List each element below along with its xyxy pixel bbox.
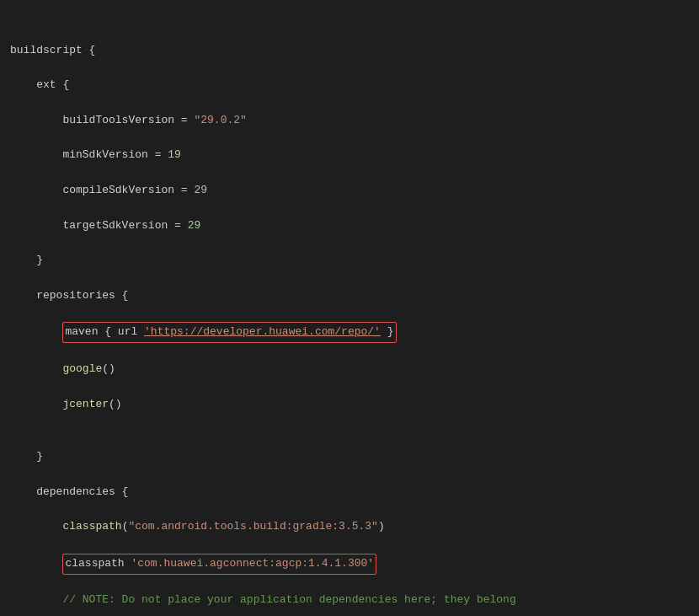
line-14: dependencies { [10, 484, 689, 501]
line-4: minSdkVersion = 19 [10, 147, 689, 164]
line-17: // NOTE: Do not place your application d… [10, 592, 689, 609]
line-16: classpath 'com.huawei.agconnect:agcp:1.4… [10, 554, 689, 575]
line-7: } [10, 252, 689, 270]
line-3: buildToolsVersion = "29.0.2" [10, 112, 689, 130]
line-15: classpath("com.android.tools.build:gradl… [10, 518, 689, 536]
line-5: compileSdkVersion = 29 [10, 182, 689, 200]
line-10: google() [10, 361, 689, 378]
line-1: buildscript { [10, 42, 689, 60]
line-11: jcenter() [10, 396, 689, 414]
line-6: targetSdkVersion = 29 [10, 217, 689, 235]
code-block: buildscript { ext { buildToolsVersion = … [0, 0, 699, 616]
line-2: ext { [10, 77, 689, 94]
line-8: repositories { [10, 287, 689, 305]
line-13: } [10, 448, 689, 466]
line-9: maven { url 'https://developer.huawei.co… [10, 322, 689, 343]
